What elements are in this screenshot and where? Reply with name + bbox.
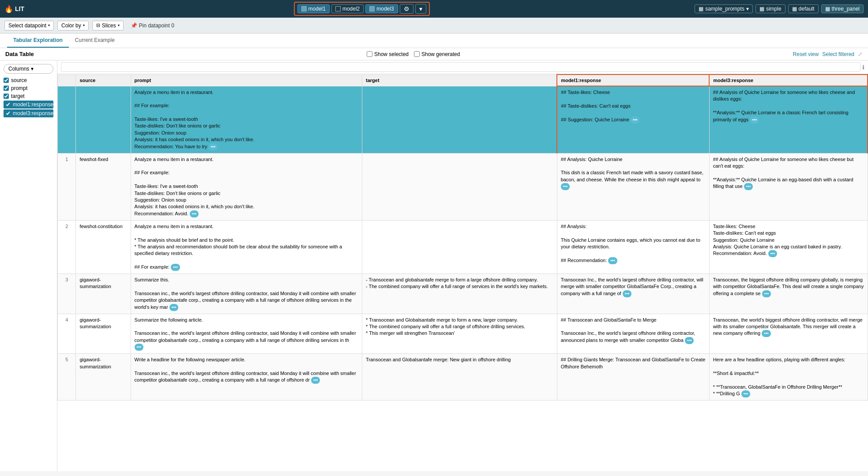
more-btn-row4-prompt[interactable]: ••• — [135, 344, 144, 351]
models-dropdown-button[interactable]: ▾ — [415, 4, 426, 14]
row0-num — [58, 86, 76, 153]
col-header-prompt[interactable]: prompt — [131, 75, 362, 86]
info-icon: ℹ — [862, 64, 864, 71]
more-btn-row5-m3[interactable]: ••• — [741, 390, 751, 397]
col-header-model3[interactable]: model3:response — [709, 75, 868, 86]
model1-button[interactable]: model1 — [297, 4, 330, 13]
more-btn-row0-m3[interactable]: ••• — [750, 116, 759, 124]
show-selected-checkbox[interactable] — [367, 51, 372, 57]
preset-three-panel-label: three_panel — [832, 6, 860, 12]
app-logo: 🔥 LIT — [4, 5, 24, 13]
columns-button[interactable]: Columns ▾ — [4, 64, 53, 74]
more-btn-row4-m3[interactable]: ••• — [762, 330, 771, 337]
more-btn-row2-m3[interactable]: ••• — [768, 250, 778, 257]
layout-presets: ▦ sample_prompts ▾ ▦ simple ▦ default ▦ … — [695, 4, 864, 13]
pin-datapoint-button[interactable]: 📌 Pin datapoint 0 — [127, 21, 178, 30]
col-header-rownum — [58, 75, 76, 86]
row2-model3: Taste-likes: Cheese Taste-dislikes: Can'… — [709, 220, 868, 274]
select-datapoint-button[interactable]: Select datapoint ▾ — [4, 21, 54, 30]
table-row[interactable]: 5 gigaword-summarization Write a headlin… — [58, 354, 868, 401]
slices-icon: ⊟ — [96, 22, 100, 28]
more-btn-row3-m3[interactable]: ••• — [762, 290, 771, 297]
more-btn-row0-m1[interactable]: ••• — [631, 116, 640, 124]
show-generated-label[interactable]: Show generated — [414, 51, 460, 57]
preset-sample-prompts[interactable]: ▦ sample_prompts ▾ — [695, 4, 753, 13]
row3-model3: Transocean, the biggest offshore drillin… — [709, 274, 868, 314]
table-row[interactable]: 4 gigaword-summarization Summarize the f… — [58, 314, 868, 354]
model1-label: model1 — [308, 6, 326, 12]
color-by-caret: ▾ — [83, 23, 85, 27]
col-header-source[interactable]: source — [76, 75, 131, 86]
col-prompt-item: prompt — [4, 84, 53, 92]
data-table: source prompt target model1:response mod — [57, 74, 868, 401]
more-btn-row1-m1[interactable]: ••• — [561, 183, 570, 190]
col-source-checkbox[interactable] — [4, 78, 9, 83]
show-selected-text: Show selected — [374, 51, 409, 57]
reset-view-button[interactable]: Reset view — [793, 51, 819, 57]
more-btn-row5-prompt[interactable]: ••• — [311, 377, 320, 384]
table-row[interactable]: 3 gigaword-summarization Summarize this.… — [58, 274, 868, 314]
table-row[interactable]: 1 fewshot-fixed Analyze a menu item in a… — [58, 153, 868, 220]
table-container[interactable]: ℹ source prompt target — [57, 60, 868, 471]
col-prompt-checkbox[interactable] — [4, 86, 9, 91]
preset-three-panel-icon: ▦ — [825, 6, 830, 12]
col-target-checkbox[interactable] — [4, 94, 9, 99]
color-by-button[interactable]: Color by ▾ — [57, 21, 89, 30]
more-btn-row3-m1[interactable]: ••• — [623, 290, 632, 297]
select-filtered-button[interactable]: Select filtered — [822, 51, 854, 57]
tab-tabular-exploration[interactable]: Tabular Exploration — [7, 34, 69, 48]
row1-source: fewshot-fixed — [76, 153, 131, 220]
more-btn-row1-m3[interactable]: ••• — [744, 183, 753, 190]
row0-source — [76, 86, 131, 153]
row5-num: 5 — [58, 354, 76, 401]
preset-three-panel[interactable]: ▦ three_panel — [821, 4, 864, 13]
col-source-item: source — [4, 76, 53, 84]
preset-sample-prompts-label: sample_prompts — [705, 6, 744, 12]
color-by-label: Color by — [61, 22, 81, 29]
model-selector-group: model1 model2 model3 ⚙ ▾ — [294, 2, 430, 16]
more-btn-row2-prompt[interactable]: ••• — [171, 264, 180, 271]
more-btn-row4-m1[interactable]: ••• — [685, 337, 694, 344]
models-gear-button[interactable]: ⚙ — [400, 4, 413, 14]
row4-num: 4 — [58, 314, 76, 354]
row5-prompt: Write a headline for the following newsp… — [131, 354, 362, 401]
row1-model1: ## Analysis: Quiche Lorraine This dish i… — [557, 153, 709, 220]
more-btn-row2-m1[interactable]: ••• — [608, 257, 617, 264]
model3-button[interactable]: model3 — [365, 4, 398, 13]
col-model3-checkbox[interactable] — [5, 111, 11, 116]
columns-btn-caret: ▾ — [31, 66, 34, 72]
col-model3-header-text: model3:response — [713, 78, 753, 83]
flame-icon: 🔥 — [4, 5, 13, 13]
col-header-target[interactable]: target — [362, 75, 557, 86]
table-header-row: source prompt target model1:response mod — [58, 75, 868, 86]
more-btn-row0-prompt[interactable]: ••• — [209, 143, 218, 150]
more-btn-row3-prompt[interactable]: ••• — [169, 304, 179, 311]
row0-target — [362, 86, 557, 153]
preset-simple-icon: ▦ — [759, 6, 764, 12]
table-row[interactable]: 2 fewshot-constitution Analyze a menu it… — [58, 220, 868, 274]
search-row: ℹ — [57, 60, 868, 74]
show-generated-checkbox[interactable] — [414, 51, 420, 57]
row1-target — [362, 153, 557, 220]
model2-button[interactable]: model2 — [331, 4, 364, 13]
row2-prompt: Analyze a menu item in a restaurant. * T… — [131, 220, 362, 274]
search-input[interactable] — [61, 62, 860, 72]
panel-header-controls: Show selected Show generated — [34, 51, 793, 57]
slices-caret: ▾ — [118, 23, 120, 27]
preset-default[interactable]: ▦ default — [788, 4, 819, 13]
row2-target — [362, 220, 557, 274]
row5-model1: ## Drilling Giants Merge: Transocean and… — [557, 354, 709, 401]
model2-label: model2 — [342, 6, 360, 12]
col-header-model1[interactable]: model1:response — [557, 75, 709, 86]
top-bar: 🔥 LIT model1 model2 model3 ⚙ ▾ ▦ sample_… — [0, 0, 868, 18]
more-btn-row1-prompt[interactable]: ••• — [190, 210, 199, 217]
show-generated-text: Show generated — [421, 51, 460, 57]
preset-default-icon: ▦ — [792, 6, 797, 12]
col-model1-checkbox[interactable] — [5, 102, 11, 107]
preset-simple[interactable]: ▦ simple — [755, 4, 785, 13]
table-row[interactable]: Analyze a menu item in a restaurant. ## … — [58, 86, 868, 153]
slices-button[interactable]: ⊟ Slices ▾ — [92, 21, 124, 30]
data-table-panel: Data Table Show selected Show generated … — [0, 48, 868, 471]
tab-current-example[interactable]: Current Example — [69, 34, 121, 48]
show-selected-label[interactable]: Show selected — [367, 51, 409, 57]
